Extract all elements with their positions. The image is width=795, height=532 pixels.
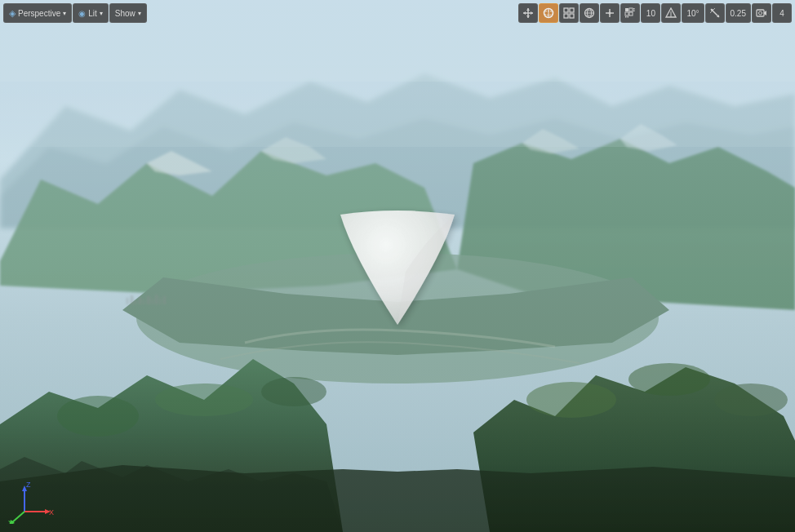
- grid-icon-btn[interactable]: [620, 3, 640, 23]
- lit-button[interactable]: ◉ Lit ▾: [73, 3, 109, 23]
- camera-speed-value-btn[interactable]: 4: [772, 3, 792, 23]
- svg-point-33: [714, 383, 788, 416]
- svg-rect-62: [633, 11, 635, 12]
- svg-line-78: [11, 512, 24, 523]
- svg-point-54: [609, 12, 611, 15]
- toolbar: ◈ Perspective ▾ ◉ Lit ▾ Show ▾: [0, 0, 795, 26]
- svg-rect-58: [629, 12, 633, 16]
- svg-point-30: [261, 377, 326, 406]
- landscape-background: [0, 0, 795, 532]
- toolbar-left: ◈ Perspective ▾ ◉ Lit ▾ Show ▾: [3, 3, 147, 23]
- translate-icon-btn[interactable]: [518, 3, 538, 23]
- toolbar-right: 10 10° 0.25: [518, 3, 792, 23]
- camera-icon-btn[interactable]: [752, 3, 771, 23]
- globe-icon-btn[interactable]: [580, 3, 599, 23]
- svg-rect-46: [570, 14, 574, 18]
- maximize-icon-btn[interactable]: [559, 3, 579, 23]
- sphere-icon-btn[interactable]: [539, 3, 558, 23]
- svg-rect-56: [629, 8, 633, 11]
- svg-rect-44: [570, 8, 574, 12]
- grid-snap-value: 10: [646, 9, 655, 18]
- perspective-icon: ◈: [9, 8, 16, 19]
- perspective-label: Perspective: [18, 9, 60, 18]
- angle-snap-value: 10°: [686, 9, 699, 18]
- svg-marker-37: [526, 16, 530, 18]
- svg-point-31: [526, 382, 616, 418]
- svg-point-71: [759, 11, 762, 15]
- move-icon-btn[interactable]: [600, 3, 620, 23]
- svg-rect-57: [625, 12, 628, 16]
- svg-point-32: [628, 363, 710, 396]
- lit-icon: ◉: [78, 9, 86, 18]
- show-chevron: ▾: [138, 10, 141, 17]
- grid-snap-value-btn[interactable]: 10: [641, 3, 660, 23]
- svg-text:Y: Y: [8, 519, 13, 524]
- viewport[interactable]: ◈ Perspective ▾ ◉ Lit ▾ Show ▾: [0, 0, 795, 532]
- svg-marker-36: [526, 8, 530, 11]
- lit-chevron: ▾: [100, 10, 103, 17]
- svg-rect-45: [564, 14, 568, 18]
- show-label: Show: [115, 9, 135, 18]
- svg-marker-39: [531, 11, 533, 15]
- svg-text:Z: Z: [26, 481, 31, 489]
- svg-rect-69: [757, 10, 764, 16]
- svg-point-28: [57, 396, 139, 437]
- svg-rect-60: [628, 16, 629, 18]
- svg-point-29: [155, 383, 253, 416]
- svg-rect-59: [625, 16, 627, 18]
- perspective-chevron: ▾: [63, 10, 66, 17]
- axis-indicator: Z X Y: [8, 479, 57, 524]
- angle-snap-value-btn[interactable]: 10°: [682, 3, 704, 23]
- svg-text:X: X: [49, 508, 54, 516]
- show-button[interactable]: Show ▾: [109, 3, 147, 23]
- svg-marker-38: [523, 11, 526, 15]
- svg-rect-61: [633, 8, 635, 10]
- camera-speed-value: 4: [779, 9, 784, 18]
- lit-label: Lit: [88, 9, 97, 18]
- svg-rect-43: [564, 8, 568, 12]
- svg-rect-55: [625, 8, 628, 11]
- perspective-button[interactable]: ◈ Perspective ▾: [3, 3, 72, 23]
- angle-snap-icon-btn[interactable]: [661, 3, 681, 23]
- scale-snap-value: 0.25: [731, 9, 746, 18]
- scale-snap-value-btn[interactable]: 0.25: [726, 3, 751, 23]
- scale-snap-icon-btn[interactable]: [705, 3, 725, 23]
